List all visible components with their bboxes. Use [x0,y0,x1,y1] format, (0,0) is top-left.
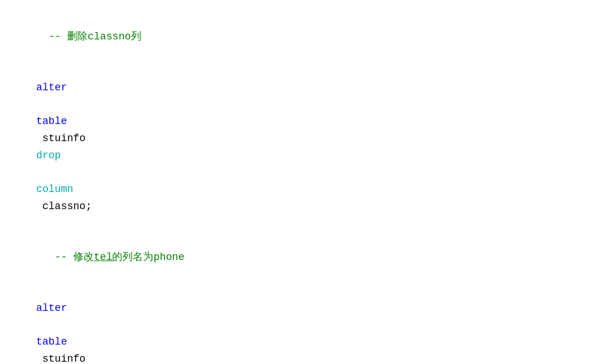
code-container: -- 删除classno列 alter table stuinfo drop c… [0,0,604,364]
comment-3: -- 修改tel的列名为phone [36,251,184,263]
kw-alter: alter [36,82,67,93]
code-line-4: alter table stuinfo change column tel ph… [11,283,593,364]
kw-drop: drop [36,150,61,161]
code-line-1: -- 删除classno列 [11,11,593,62]
kw-table: table [36,115,67,127]
code-line-2: alter table stuinfo drop column classno; [11,62,593,232]
kw-column-1: column [36,183,73,195]
comment-1: -- 删除classno列 [36,31,141,42]
code-line-3: -- 修改tel的列名为phone [11,232,593,283]
